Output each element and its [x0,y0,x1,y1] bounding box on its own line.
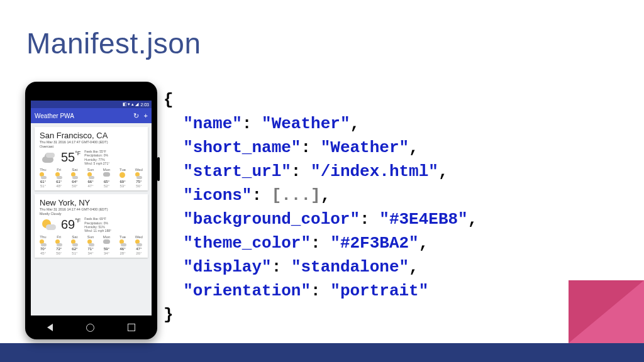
status-icons: ◧ ▾ ▴ ◢ [123,102,139,107]
card-container: San Francisco, CAThu Mar 31 2016 14:17:4… [31,123,152,315]
forecast-lo: 34° [104,251,109,255]
forecast-lo: 47° [87,184,93,188]
partly-icon [135,239,142,246]
cloudy-icon [40,150,57,165]
manifest-val-starturl: "/index.html" [311,162,438,181]
manifest-key-orientation: "orientation" [183,282,311,300]
partly-icon [40,217,57,233]
forecast-day: Thu61°51° [40,168,47,188]
refresh-icon[interactable]: ↻ [133,112,139,120]
forecast-day-label: Mon [103,235,111,239]
forecast-hi: 61° [56,180,62,184]
forecast-day-label: Mon [103,168,111,172]
partly-icon [40,172,47,179]
nav-back-icon[interactable] [47,324,53,331]
nav-recent-icon[interactable] [128,324,135,331]
forecast-day-label: Fri [57,235,61,239]
forecast-hi: 69° [119,180,125,184]
forecast-lo: 52° [104,184,109,188]
slide-title: Manifest.json [26,26,201,60]
manifest-val-orientation: "portrait" [330,282,428,300]
forecast-hi: 62° [72,247,77,251]
forecast-hi: 46° [119,247,125,251]
manifest-key-themecolor: "theme_color" [183,234,311,253]
forecast-hi: 71° [87,247,93,251]
weather-stats: Feels like: 55°FPrecipitation: 0%Humidit… [84,150,109,165]
forecast-lo: 28° [119,251,125,255]
deco-bottom-bar [0,343,644,362]
datetime-label: Thu Mar 31 2016 14:17:47 GMT-0400 (EDT) [40,140,143,145]
forecast-day-label: Sun [87,168,94,172]
status-time: 2:03 [140,102,149,107]
manifest-key-shortname: "short_name" [183,138,301,157]
partly-icon [55,172,62,179]
forecast-day-label: Fri [57,168,61,172]
partly-icon [87,172,94,179]
datetime-label: Thu Mar 31 2016 14:17:44 GMT-0400 (EDT) [40,207,143,212]
forecast-lo: 26° [136,251,142,255]
forecast-day: Fri72°56° [55,235,62,255]
manifest-code-block: { "name": "Weather", "short_name": "Weat… [164,88,477,327]
forecast-day: Thu70°45° [40,235,47,255]
forecast-day: Wed75°56° [135,168,143,188]
forecast-day-label: Sun [87,235,94,239]
manifest-val-icons: [...] [272,186,321,205]
forecast-day: Sat62°51° [71,235,78,255]
forecast-day: Sat64°50° [71,168,78,188]
partly-icon [135,172,142,179]
forecast-hi: 65° [104,180,109,184]
partly-icon [119,239,126,246]
android-navbar [31,321,152,334]
forecast-hi: 64° [72,180,77,184]
city-name: San Francisco, CA [40,131,143,140]
forecast-day: Sun71°34° [87,235,94,255]
forecast-lo: 48° [56,184,62,188]
summary-label: Overcast [40,145,143,149]
forecast-day-label: Sat [72,235,77,239]
forecast-lo: 51° [40,184,46,188]
forecast-day: Sun66°47° [87,168,94,188]
summary-label: Mostly Cloudy [40,212,143,216]
manifest-key-bgcolor: "background_color" [183,210,360,229]
manifest-val-bgcolor: "#3E4EB8" [379,210,467,229]
forecast-day-label: Wed [135,168,143,172]
manifest-val-name: "Weather" [262,114,350,133]
partly-icon [71,239,78,246]
manifest-key-display: "display" [183,258,271,277]
partly-icon [71,172,78,179]
forecast-hi: 70° [40,247,46,251]
phone-screen: ◧ ▾ ▴ ◢ 2:03 Weather PWA ↻ + San Francis… [31,101,152,315]
forecast-lo: 56° [136,184,142,188]
forecast-day: Wed47°26° [135,235,143,255]
phone-mockup: ◧ ▾ ▴ ◢ 2:03 Weather PWA ↻ + San Francis… [25,82,157,339]
manifest-val-shortname: "Weather" [321,138,409,157]
add-icon[interactable]: + [144,112,148,120]
forecast-lo: 34° [87,251,93,255]
forecast-day: Tue46°28° [119,235,126,255]
forecast-lo: 53° [119,184,125,188]
forecast-day-label: Thu [40,168,46,172]
manifest-val-themecolor: "#2F3BA2" [330,234,418,253]
cloud-icon [103,172,110,179]
app-bar: Weather PWA ↻ + [31,108,152,123]
forecast-day-label: Thu [40,235,46,239]
manifest-key-name: "name" [183,114,242,133]
weather-card: San Francisco, CAThu Mar 31 2016 14:17:4… [35,127,148,190]
manifest-val-display: "standalone" [291,258,409,277]
current-temp: 55°F [61,150,80,165]
weather-stats: Feels like: 69°FPrecipitation: 0%Humidit… [84,217,111,233]
forecast-lo: 56° [56,251,62,255]
forecast-day-label: Tue [119,168,126,172]
forecast-hi: 75° [136,180,142,184]
forecast-hi: 59° [104,247,109,251]
forecast-day-label: Tue [119,235,126,239]
partly-icon [87,239,94,246]
forecast-day-label: Sat [72,168,77,172]
forecast-hi: 61° [40,180,46,184]
manifest-key-starturl: "start_url" [183,162,291,181]
main-weather-row: 69°FFeels like: 69°FPrecipitation: 0%Hum… [40,217,143,233]
cloud-icon [103,239,110,246]
nav-home-icon[interactable] [86,324,94,332]
forecast-hi: 66° [87,180,93,184]
partly-icon [55,239,62,246]
